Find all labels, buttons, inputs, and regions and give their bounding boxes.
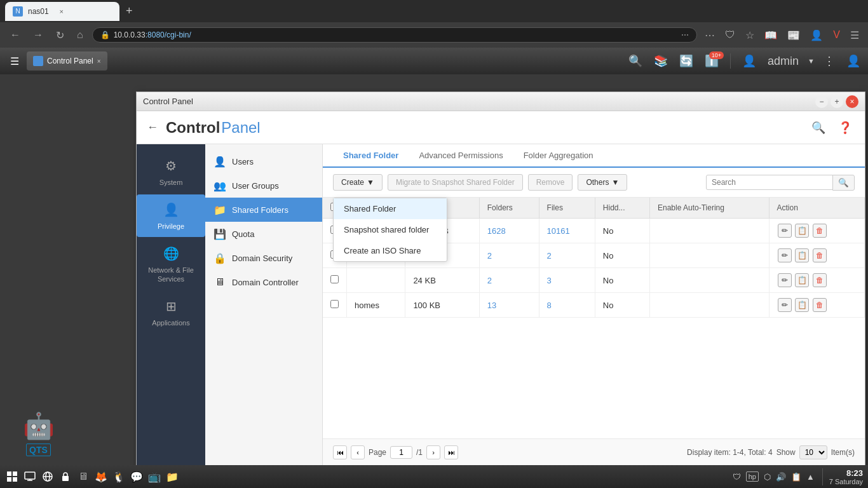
last-page-button[interactable]: ⏭ bbox=[444, 445, 458, 459]
sidebar-item-system[interactable]: ⚙ System bbox=[137, 151, 205, 193]
back-button[interactable]: ← bbox=[6, 27, 24, 43]
menu-button[interactable]: ☰ bbox=[848, 27, 862, 44]
row-checkbox-3[interactable] bbox=[323, 268, 347, 293]
taskbar-files-icon[interactable]: 🖥 bbox=[76, 470, 90, 484]
row-checkbox-4[interactable] bbox=[323, 293, 347, 318]
folders-link-1[interactable]: 1628 bbox=[487, 226, 506, 236]
taskbar-control-panel-tab[interactable]: Control Panel × bbox=[27, 51, 107, 71]
browser-tab[interactable]: N nas01 × bbox=[5, 2, 119, 21]
back-to-home-button[interactable]: ← bbox=[147, 121, 158, 134]
tray-hp-icon[interactable]: hp bbox=[746, 471, 759, 482]
taskbar-chat-icon[interactable]: 💬 bbox=[130, 470, 144, 484]
taskbar-monitor-icon[interactable] bbox=[23, 470, 37, 484]
first-page-button[interactable]: ⏮ bbox=[333, 445, 347, 459]
tray-network-icon[interactable]: ⬡ bbox=[764, 472, 771, 482]
folders-link-4[interactable]: 13 bbox=[487, 301, 496, 310]
dropdown-item-iso-share[interactable]: Create an ISO Share bbox=[334, 240, 447, 261]
dropdown-item-snapshot-shared-folder[interactable]: Snapshot shared folder bbox=[334, 219, 447, 240]
files-link-4[interactable]: 8 bbox=[547, 301, 552, 310]
sidebar-item-applications[interactable]: ⊞ Applications bbox=[137, 291, 205, 334]
edit-btn-4[interactable]: ✏ bbox=[778, 298, 792, 312]
migrate-button[interactable]: Migrate to Snapshot Shared Folder bbox=[388, 174, 523, 191]
delete-btn-3[interactable]: 🗑 bbox=[813, 273, 827, 287]
taskbar-app5-icon[interactable]: 📺 bbox=[147, 470, 161, 484]
reload-button[interactable]: ↻ bbox=[52, 27, 68, 44]
taskbar-menu-button[interactable]: ☰ bbox=[5, 51, 24, 71]
tab-shared-folder[interactable]: Shared Folder bbox=[333, 144, 409, 168]
create-button[interactable]: Create ▼ bbox=[333, 174, 383, 191]
search-input[interactable] bbox=[706, 175, 833, 190]
others-button[interactable]: Others ▼ bbox=[578, 174, 627, 191]
prev-page-button[interactable]: ‹ bbox=[351, 445, 365, 459]
vpn-button[interactable]: V bbox=[831, 27, 843, 43]
admin-dropdown-arrow[interactable]: ▼ bbox=[808, 57, 815, 65]
browser-tab-close[interactable]: × bbox=[57, 6, 67, 17]
tab-folder-aggregation[interactable]: Folder Aggregation bbox=[513, 144, 604, 168]
window-maximize-button[interactable]: + bbox=[831, 95, 843, 108]
files-link-2[interactable]: 2 bbox=[547, 251, 552, 261]
tray-arrow-icon[interactable]: ▲ bbox=[806, 472, 815, 482]
forward-button[interactable]: → bbox=[29, 27, 47, 43]
taskbar-terminal-icon[interactable]: 🐧 bbox=[112, 470, 126, 484]
extensions-button[interactable]: ⋯ bbox=[702, 27, 717, 44]
window-close-button[interactable]: × bbox=[846, 95, 858, 108]
taskbar-app6-icon[interactable]: 📁 bbox=[165, 470, 179, 484]
home-button[interactable]: ⌂ bbox=[73, 27, 87, 43]
delete-btn-2[interactable]: 🗑 bbox=[813, 248, 827, 262]
taskbar-tab-close[interactable]: × bbox=[97, 58, 101, 65]
cp-help-button[interactable]: ❓ bbox=[836, 118, 855, 137]
folders-link-2[interactable]: 2 bbox=[487, 251, 492, 261]
address-bar[interactable]: 🔒 10.0.0.33:8080/cgi-bin/ ⋯ bbox=[92, 27, 698, 43]
tab-advanced-permissions[interactable]: Advanced Permissions bbox=[409, 144, 513, 168]
share-btn-4[interactable]: 📋 bbox=[795, 298, 809, 312]
dropdown-item-shared-folder[interactable]: Shared Folder bbox=[334, 198, 447, 219]
search-submit-button[interactable]: 🔍 bbox=[832, 175, 855, 191]
tray-volume-icon[interactable]: 🔊 bbox=[776, 472, 786, 482]
share-btn-1[interactable]: 📋 bbox=[795, 224, 809, 238]
delete-btn-1[interactable]: 🗑 bbox=[813, 224, 827, 238]
notification-badge-container[interactable]: ℹ️ 10+ bbox=[702, 54, 721, 68]
bookmark-button[interactable]: ☆ bbox=[743, 27, 757, 44]
taskbar-sync-icon[interactable]: 🔄 bbox=[677, 51, 696, 71]
sidebar-item-network-file-services[interactable]: 🌐 Network & File Services bbox=[137, 238, 205, 289]
start-menu-icon[interactable] bbox=[5, 470, 19, 484]
taskbar-more-button[interactable]: ⋮ bbox=[821, 51, 837, 71]
nav-item-shared-folders[interactable]: 📁 Shared Folders bbox=[205, 198, 322, 222]
new-tab-button[interactable]: + bbox=[123, 2, 135, 20]
delete-btn-4[interactable]: 🗑 bbox=[813, 298, 827, 312]
share-btn-3[interactable]: 📋 bbox=[795, 273, 809, 287]
edit-btn-2[interactable]: ✏ bbox=[778, 248, 792, 262]
nav-item-quota[interactable]: 💾 Quota bbox=[205, 222, 322, 246]
tray-shield-icon[interactable]: 🛡 bbox=[733, 472, 741, 482]
nav-item-domain-controller[interactable]: 🖥 Domain Controller bbox=[205, 270, 322, 294]
remove-button[interactable]: Remove bbox=[528, 174, 573, 191]
files-link-1[interactable]: 10161 bbox=[547, 226, 570, 236]
taskbar-search-icon[interactable]: 🔍 bbox=[626, 51, 645, 71]
edit-btn-1[interactable]: ✏ bbox=[778, 224, 792, 238]
page-number-input[interactable] bbox=[390, 446, 412, 459]
taskbar-avatar-icon[interactable]: 👤 bbox=[844, 51, 863, 71]
nav-item-user-groups[interactable]: 👥 User Groups bbox=[205, 173, 322, 198]
tray-clipboard-icon[interactable]: 📋 bbox=[791, 472, 801, 482]
edit-btn-3[interactable]: ✏ bbox=[778, 273, 792, 287]
user-profile-icon[interactable]: 👤 bbox=[740, 51, 759, 71]
sidebar-item-privilege[interactable]: 👤 Privilege bbox=[137, 194, 205, 237]
reader-button[interactable]: 📖 bbox=[762, 27, 780, 44]
share-btn-2[interactable]: 📋 bbox=[795, 248, 809, 262]
files-link-3[interactable]: 3 bbox=[547, 276, 552, 285]
window-minimize-button[interactable]: − bbox=[815, 95, 828, 108]
taskbar-firefox-icon[interactable]: 🦊 bbox=[94, 470, 108, 484]
next-page-button[interactable]: › bbox=[426, 445, 440, 459]
folders-link-3[interactable]: 2 bbox=[487, 276, 492, 285]
sidebar-reader-button[interactable]: 📰 bbox=[785, 27, 803, 44]
nav-item-domain-security[interactable]: 🔒 Domain Security bbox=[205, 246, 322, 270]
taskbar-globe-icon[interactable] bbox=[41, 470, 55, 484]
taskbar-library-icon[interactable]: 📚 bbox=[651, 51, 670, 71]
nav-item-users[interactable]: 👤 Users bbox=[205, 149, 322, 173]
admin-label[interactable]: admin bbox=[765, 52, 801, 71]
show-count-select[interactable]: 10 25 50 bbox=[799, 445, 827, 459]
profile-button[interactable]: 👤 bbox=[808, 27, 825, 44]
taskbar-lock-icon[interactable] bbox=[58, 470, 72, 484]
cp-search-button[interactable]: 🔍 bbox=[809, 118, 828, 137]
shield-button[interactable]: 🛡 bbox=[722, 27, 738, 43]
